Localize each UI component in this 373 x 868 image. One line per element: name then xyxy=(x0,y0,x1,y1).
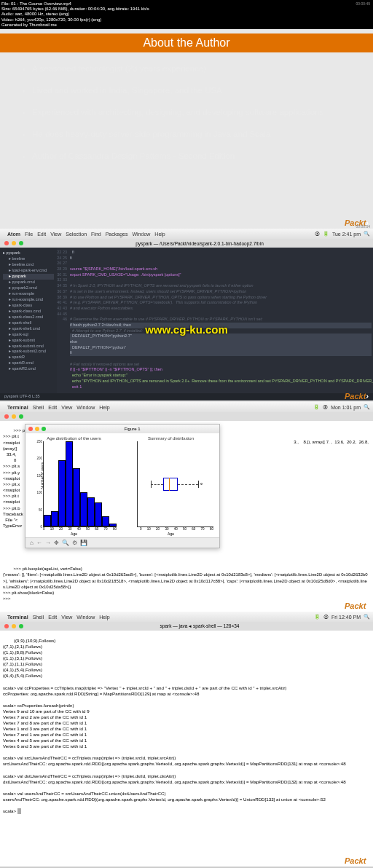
minimize-icon[interactable] xyxy=(35,427,39,431)
zoom-icon[interactable] xyxy=(42,427,46,431)
close-icon[interactable] xyxy=(28,427,33,431)
chart-title: Summary of distribution xyxy=(124,436,218,441)
minimize-icon[interactable] xyxy=(12,241,16,245)
menu-item[interactable]: Selection xyxy=(66,232,87,237)
app-name[interactable]: Terminal xyxy=(7,405,28,410)
configure-icon[interactable]: ⚙ xyxy=(72,540,77,546)
clock[interactable]: Tue 2:41 pm xyxy=(332,232,361,237)
bullet-item: A seasoned technologist (23 years experi… xyxy=(32,63,353,74)
wifi-icon[interactable]: ⦿ xyxy=(323,615,329,620)
boxplot-chart: Summary of distribution 0102030405060708… xyxy=(122,433,219,537)
brand-logo: Packt› xyxy=(345,392,369,401)
terminal-text: ((9,9),(10,9),Follows) ((7,1),(2,1),Foll… xyxy=(3,638,346,813)
code-area[interactable]: fi fi source "${SPARK_HOME}"/bin/load-sp… xyxy=(68,248,373,393)
battery-icon[interactable]: 🔋 xyxy=(323,231,329,237)
x-axis-label: Age xyxy=(124,532,218,536)
zoom-icon[interactable] xyxy=(19,414,23,419)
pyplot-panel: Terminal Shell Edit View Window Help 🔋 ⦿… xyxy=(0,402,373,612)
home-icon[interactable]: ⌂ xyxy=(30,540,34,546)
menu-item[interactable]: Help xyxy=(154,232,165,237)
menu-item[interactable]: Edit xyxy=(48,615,57,620)
forward-icon[interactable]: → xyxy=(45,540,51,546)
x-axis-label: Age xyxy=(27,532,121,536)
menu-item[interactable]: View xyxy=(50,232,61,237)
window-title-bar[interactable] xyxy=(0,412,373,421)
watermark: www.cg-ku.com xyxy=(145,323,228,336)
menu-item[interactable]: View xyxy=(61,615,72,620)
back-icon[interactable]: ← xyxy=(36,540,42,546)
mac-menu-bar[interactable]: Terminal Shell Edit View Window Help 🔋 ⦿… xyxy=(0,402,373,412)
menu-item[interactable]: Help xyxy=(99,615,109,620)
menu-item[interactable]: Shell xyxy=(33,615,44,620)
figure-title: Figure 1 xyxy=(124,427,140,431)
minimize-icon[interactable] xyxy=(12,624,16,628)
menu-item[interactable]: Help xyxy=(99,405,109,410)
slide-title: About the Author xyxy=(143,36,229,50)
atom-panel: Atom File Edit View Selection Find Packa… xyxy=(0,229,373,402)
zoom-icon[interactable] xyxy=(19,241,23,245)
app-name[interactable]: Atom xyxy=(7,232,20,237)
menu-item[interactable]: Packages xyxy=(106,232,128,237)
slide-bullets: A seasoned technologist (23 years experi… xyxy=(0,52,373,162)
terminal-output[interactable]: >>> plt.boxplot(ageList, vert=False) {'m… xyxy=(0,559,373,609)
mac-menu-bar[interactable]: Terminal Shell Edit View Window Help 🔋 ⦿… xyxy=(0,612,373,622)
bullet-item: Experienced with architecting, designing… xyxy=(32,106,353,118)
menu-item[interactable]: Window xyxy=(76,405,95,410)
zoom-icon[interactable] xyxy=(19,624,23,628)
editor-status-bar: pyspark UTF-8 L:35 xyxy=(0,393,373,401)
cursor xyxy=(17,808,21,814)
bullet-item: He does heavy-duty server-side programmi… xyxy=(32,128,353,140)
menu-item[interactable]: View xyxy=(61,405,72,410)
clip-timestamp: 00:00:49 xyxy=(356,1,370,6)
bullet-item: Lived and worked in India, Singapore, an… xyxy=(32,84,353,96)
mac-menu-bar[interactable]: Atom File Edit View Selection Find Packa… xyxy=(0,229,373,239)
window-title-bar[interactable]: pyspark — /Users/Packt/video/spark-2.0.1… xyxy=(0,239,373,248)
menu-item[interactable]: File xyxy=(25,232,33,237)
battery-icon[interactable]: 🔋 xyxy=(314,614,321,620)
wifi-icon[interactable]: ⦿ xyxy=(323,405,328,410)
close-icon[interactable] xyxy=(4,624,9,628)
matplotlib-figure-window[interactable]: Figure 1 Age distribution of the users N… xyxy=(25,424,220,548)
file-tree[interactable]: ▸ pyspark▸ beeline▸ beeline.cmd▸ load-sp… xyxy=(0,248,57,393)
app-name[interactable]: Terminal xyxy=(7,615,28,620)
minimize-icon[interactable] xyxy=(12,414,16,419)
terminal-output[interactable]: ((9,9),(10,9),Follows) ((7,1),(2,1),Foll… xyxy=(0,631,373,821)
zoom-icon[interactable]: 🔍 xyxy=(62,540,69,546)
clock[interactable]: Fri 12:40 PM xyxy=(331,615,361,620)
close-icon[interactable] xyxy=(4,241,9,245)
line-gutter: 22 23 24 25 26 27 28 29 30 31 32 33 34 3… xyxy=(57,248,68,393)
window-title: spark — java ◂ spark-shell — 128×34 xyxy=(160,623,240,629)
slide-title-bar: About the Author xyxy=(0,33,373,52)
bullet-item: Author of Cassandra Design Patterns - Se… xyxy=(32,150,353,162)
menu-item[interactable]: Shell xyxy=(33,405,44,410)
figure-title-bar[interactable]: Figure 1 xyxy=(25,425,219,433)
menu-item[interactable]: Find xyxy=(91,232,101,237)
close-icon[interactable] xyxy=(4,414,9,419)
scala-panel: Terminal Shell Edit View Window Help 🔋 ⦿… xyxy=(0,612,373,867)
wifi-icon[interactable]: ⦿ xyxy=(315,232,320,237)
search-icon[interactable]: 🔍 xyxy=(364,231,370,237)
figure-toolbar[interactable]: ⌂ ← → ✥ 🔍 ⚙ 💾 xyxy=(25,537,219,548)
slide-panel: File: 01 - The Course Overview.mp4 Size:… xyxy=(0,0,373,229)
search-icon[interactable]: 🔍 xyxy=(364,404,370,410)
menu-item[interactable]: Edit xyxy=(37,232,46,237)
video-metadata: File: 01 - The Course Overview.mp4 Size:… xyxy=(0,0,373,29)
pan-icon[interactable]: ✥ xyxy=(54,540,59,546)
save-icon[interactable]: 💾 xyxy=(80,540,87,546)
editor-body: ▸ pyspark▸ beeline▸ beeline.cmd▸ load-sp… xyxy=(0,248,373,393)
window-title: pyspark — /Users/Packt/video/spark-2.0.1… xyxy=(136,241,264,246)
clock[interactable]: Mon 1:01 pm xyxy=(331,405,361,410)
menu-item[interactable]: Window xyxy=(132,232,150,237)
terminal-text: >>> plt.boxplot(ageList, vert=False) {'m… xyxy=(3,567,368,601)
brand-logo: Packt› xyxy=(345,856,369,865)
menu-item[interactable]: Window xyxy=(76,615,95,620)
terminal-text: 3., 8.]), array([ 7. , 13.6, 20.2, 26.8, xyxy=(294,440,369,445)
search-icon[interactable]: 🔍 xyxy=(364,614,370,620)
window-title-bar[interactable]: spark — java ◂ spark-shell — 128×34 xyxy=(0,622,373,631)
battery-icon[interactable]: 🔋 xyxy=(313,404,320,410)
menu-item[interactable]: Edit xyxy=(48,405,57,410)
brand-logo: Packt› xyxy=(345,601,369,610)
histogram-chart: Age distribution of the users Number of … xyxy=(25,433,122,537)
